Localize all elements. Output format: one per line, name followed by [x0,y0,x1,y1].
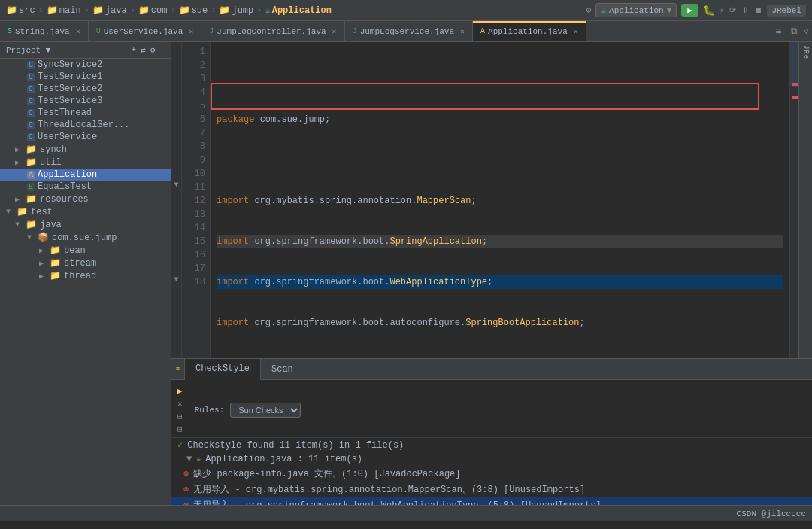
folder-icon: 📁 [50,257,61,269]
bottom-tab-bar: ≡ CheckStyle Scan [171,359,812,380]
status-bar: CSDN @jilccccc [0,505,812,521]
sidebar-item-application[interactable]: A Application [0,169,171,181]
bottom-tab-scan[interactable]: Scan [261,359,304,380]
checkstyle-item-3[interactable]: ⊗ 无用导入 - org.springframework.boot.WebApp… [171,497,812,505]
checkstyle-results: ✓ Checkstyle found 11 item(s) in 1 file(… [171,438,812,505]
checkstyle-toolbar: ▶ ✕ ⊞ ⊟ Rules: Sun Checks [171,383,812,438]
sidebar-item-testservice1[interactable]: C TestService1 [0,71,171,83]
sidebar-header: Project ▼ + ⇄ ⚙ — [0,42,171,59]
java-file-icon: ☕ [196,455,201,464]
rules-label: Rules: [195,406,225,415]
folder-icon: 📁 [26,157,37,168]
folder-icon: 📁 [50,245,61,256]
error-icon-1: ⊗ [183,468,189,479]
maximize-icon[interactable]: ▽ [801,26,812,37]
sidebar-item-testservice3[interactable]: C TestService3 [0,95,171,107]
sidebar-item-util[interactable]: ▶ 📁 util [0,156,171,169]
sidebar-item-resources[interactable]: ▶ 📁 resources [0,193,171,205]
editor-settings-icon[interactable]: ≡ [769,26,787,38]
run-button[interactable]: ▶ [681,4,698,17]
breadcrumb-main[interactable]: 📁 main [47,5,81,16]
config-icon[interactable]: ⚙ [586,5,591,16]
sidebar-item-userservice[interactable]: C UserService [0,131,171,143]
run-checkstyle-icon[interactable]: ▶ [177,386,183,396]
tab-application-java[interactable]: A Application.java ✕ [473,21,586,42]
sidebar-item-threadlocalser[interactable]: C ThreadLocalSer... [0,119,171,131]
code-content[interactable]: package com.sue.jump; import org.mybatis… [211,42,789,358]
sidebar-settings-icon[interactable]: ⚙ [150,45,156,55]
sidebar-item-test[interactable]: ▼ 📁 test [0,205,171,218]
fold-gutter: ▼ ▼ [171,42,182,358]
close-tab-string[interactable]: ✕ [76,27,80,36]
bottom-left-icons: ≡ [171,359,185,379]
editor-tab-bar: S String.java ✕ U UserService.java ✕ J J… [0,21,812,42]
toolbar-icons: ⚡ ⟳ ⏸ ⏹ [720,5,762,15]
split-editor-icon[interactable]: ⧉ [788,26,801,37]
check-icon: ✓ [177,439,183,451]
sidebar-item-thread[interactable]: ▶ 📁 thread [0,269,171,282]
sidebar-item-bean[interactable]: ▶ 📁 bean [0,244,171,257]
folder-icon: 📁 [17,206,28,217]
editor-area: ▼ ▼ 12345 678910 1112131415 161718 packa… [171,42,812,505]
expand-arrow-icon: ▼ [186,454,192,464]
breadcrumb-java[interactable]: 📁 java [92,5,127,16]
tab-jumplogservice-java[interactable]: J JumpLogService.java ✕ [345,21,473,42]
checkstyle-summary: ✓ Checkstyle found 11 item(s) in 1 file(… [171,438,812,452]
code-line-3: import org.mybatis.spring.annotation.Map… [217,194,783,208]
breadcrumb: 📁 src › 📁 main › 📁 java › 📁 com › 📁 sue … [0,0,812,21]
folder-icon: 📁 [50,270,61,281]
bottom-panel: ≡ CheckStyle Scan ▶ ✕ ⊞ ⊟ [171,358,812,505]
code-line-6: import org.springframework.boot.autoconf… [217,316,783,330]
tab-jumplogcontroller-java[interactable]: J JumpLogController.java ✕ [201,21,344,42]
collapse-icon[interactable]: ⊟ [177,424,183,434]
sidebar-add-icon[interactable]: + [132,45,137,55]
scrollbar-thumb[interactable] [790,42,798,87]
dropdown-arrow-icon: ▼ [667,6,672,15]
tab-userservice-java[interactable]: U UserService.java ✕ [89,21,202,42]
breadcrumb-application[interactable]: ☕ Application [265,5,331,16]
sidebar-item-testthread[interactable]: C TestThread [0,107,171,119]
right-panel: JRe [798,42,812,358]
close-tab-userservice[interactable]: ✕ [189,27,193,36]
breadcrumb-com[interactable]: 📁 com [138,5,168,16]
folder-icon: 📁 [26,144,37,155]
bottom-tab-checkstyle[interactable]: CheckStyle [185,359,261,380]
checkstyle-item-1[interactable]: ⊗ 缺少 package-info.java 文件。(1:0) [Javadoc… [171,466,812,482]
breadcrumb-jump[interactable]: 📁 jump [219,5,253,16]
close-panel-icon[interactable]: ✕ [177,399,183,409]
jrebel-label: JRebel [767,5,806,17]
close-tab-application[interactable]: ✕ [574,27,578,36]
sidebar-item-equalstest[interactable]: E EqualsTest [0,181,171,193]
sidebar-sync-icon[interactable]: ⇄ [141,45,146,55]
sidebar-item-testservice2[interactable]: C TestService2 [0,83,171,95]
checkstyle-file-group[interactable]: ▼ ☕ Application.java : 11 item(s) [171,452,812,466]
error-icon-2: ⊗ [183,484,189,495]
folder-icon: 📁 [26,219,37,230]
scrollbar-area[interactable] [789,42,798,358]
close-tab-jumplogservice[interactable]: ✕ [460,27,465,36]
project-sidebar: Project ▼ + ⇄ ⚙ — C SyncService2 C TestS… [0,42,171,505]
sidebar-item-com-sue-jump[interactable]: ▼ 📦 com.sue.jump [0,231,171,244]
debug-icon[interactable]: 🐛 [703,5,715,17]
bottom-content: ▶ ✕ ⊞ ⊟ Rules: Sun Checks ✓ Checkstyle f… [171,380,812,505]
sidebar-item-stream[interactable]: ▶ 📁 stream [0,257,171,269]
error-marker-2 [792,96,798,99]
filter-icon[interactable]: ≡ [176,366,180,373]
app-run-dropdown[interactable]: ☕ Application ▼ [595,3,677,17]
code-line-7: import org.springframework.boot.builder.… [217,357,783,358]
sidebar-item-synch[interactable]: ▶ 📁 synch [0,143,171,156]
breadcrumb-src[interactable]: 📁 src [6,5,35,16]
close-tab-jumplogcontroller[interactable]: ✕ [332,27,337,36]
error-icon-3: ⊗ [183,500,189,505]
status-text: CSDN @jilccccc [737,509,806,518]
rules-select[interactable]: Sun Checks [230,403,301,418]
breadcrumb-sue[interactable]: 📁 sue [179,5,208,16]
checkstyle-item-2[interactable]: ⊗ 无用导入 - org.mybatis.spring.annotation.M… [171,482,812,497]
code-editor[interactable]: ▼ ▼ 12345 678910 1112131415 161718 packa… [171,42,812,358]
sidebar-item-java[interactable]: ▼ 📁 java [0,218,171,231]
sidebar-minimize-icon[interactable]: — [159,45,165,55]
code-line-1: package com.sue.jump; [217,113,783,126]
expand-icon[interactable]: ⊞ [177,412,183,421]
sidebar-item-syncservice2[interactable]: C SyncService2 [0,59,171,71]
tab-string-java[interactable]: S String.java ✕ [0,21,89,42]
